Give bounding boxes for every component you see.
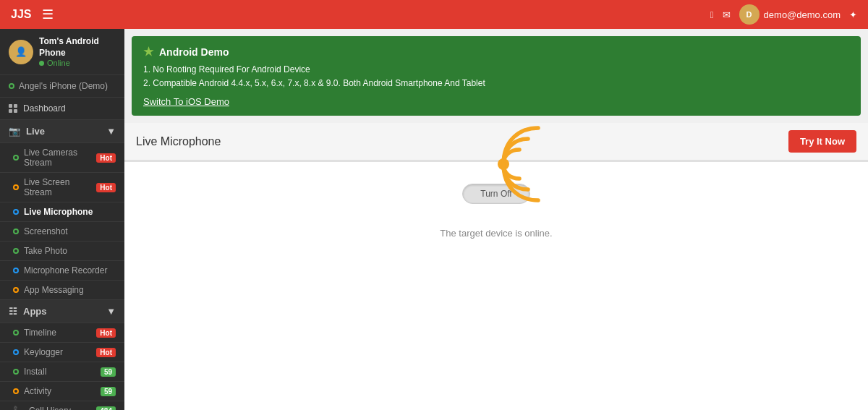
timeline-dot (13, 330, 19, 336)
other-device-item[interactable]: Angel's iPhone (Demo) (0, 75, 124, 98)
sidebar-item-install[interactable]: Install 59 (0, 362, 124, 382)
sidebar-item-call-history[interactable]: 📞 Call Hisory 484 (0, 401, 124, 410)
live-screen-left: Live Screen Stream (13, 177, 91, 197)
device-avatar: 👤 (9, 40, 33, 64)
live-mic-dot (13, 209, 19, 215)
install-dot (13, 369, 19, 375)
navbar-right:  ✉ D demo@demo.com ✦ (710, 4, 857, 25)
live-screen-badge: Hot (96, 183, 116, 192)
call-history-left: 📞 Call Hisory (13, 406, 71, 410)
banner-line1: 1. No Rooting Required For Android Devic… (143, 63, 849, 77)
share-icon: ✦ (849, 9, 857, 20)
mic-recorder-left: Microphone Recorder (13, 265, 107, 276)
keylogger-badge: Hot (96, 348, 116, 357)
try-now-button[interactable]: Try It Now (788, 130, 856, 153)
call-history-badge: 484 (96, 406, 116, 410)
keylogger-left: Keylogger (13, 347, 63, 357)
top-navbar: JJS ☰  ✉ D demo@demo.com ✦ (0, 0, 868, 29)
sidebar-item-keylogger[interactable]: Keylogger Hot (0, 343, 124, 362)
live-mic-title: Live Microphone (136, 135, 221, 148)
main-content: ★ Android Demo 1. No Rooting Required Fo… (124, 29, 868, 410)
activity-badge: 59 (101, 387, 116, 396)
apps-section-label: Apps (23, 306, 47, 317)
banner-title-text: Android Demo (159, 46, 229, 58)
status-text: The target device is online. (440, 228, 552, 239)
live-section-icon: 📷 (9, 126, 20, 137)
sidebar-item-live-cameras[interactable]: Live Cameras Stream Hot (0, 143, 124, 173)
status-label: Online (47, 59, 70, 67)
live-cameras-label: Live Cameras Stream (24, 148, 91, 168)
apps-section-header[interactable]: ☷ Apps ▼ (0, 300, 124, 323)
sidebar-item-screenshot[interactable]: Screenshot (0, 222, 124, 242)
sidebar-item-app-messaging[interactable]: App Messaging (0, 281, 124, 300)
mic-content-area: Turn Off (124, 162, 868, 410)
avatar: D (739, 4, 760, 25)
timeline-badge: Hot (96, 328, 116, 338)
other-device-dot (9, 83, 14, 89)
sidebar-item-take-photo[interactable]: Take Photo (0, 242, 124, 261)
apps-chevron-icon: ▼ (106, 306, 116, 317)
live-screen-dot (13, 184, 19, 190)
dashboard-label: Dashboard (23, 103, 66, 114)
live-mic-label: Live Microphone (24, 207, 93, 217)
activity-left: Activity (13, 386, 51, 396)
take-photo-label: Take Photo (24, 246, 67, 256)
sidebar-item-timeline[interactable]: Timeline Hot (0, 323, 124, 343)
device-name: Tom's Android Phone (39, 36, 116, 59)
sidebar-item-live-screen[interactable]: Live Screen Stream Hot (0, 173, 124, 202)
broadcast-wrapper (438, 117, 554, 213)
install-label: Install (24, 367, 46, 377)
screenshot-left: Screenshot (13, 226, 68, 236)
sidebar-item-microphone-recorder[interactable]: Microphone Recorder (0, 261, 124, 281)
live-cameras-dot (13, 155, 19, 161)
bell-icon: ✉ (723, 9, 731, 20)
activity-label: Activity (24, 386, 51, 396)
mic-recorder-label: Microphone Recorder (24, 265, 107, 276)
navbar-left: JJS ☰ (11, 7, 54, 22)
apps-header-left: ☷ Apps (9, 306, 47, 317)
mic-recorder-dot (13, 268, 19, 273)
live-header-left: 📷 Live (9, 126, 45, 137)
screenshot-dot (13, 229, 19, 234)
switch-ios-link[interactable]: Switch To iOS Demo (143, 96, 229, 107)
device-status: Online (39, 59, 116, 67)
hamburger-icon[interactable]: ☰ (42, 7, 54, 22)
take-photo-left: Take Photo (13, 246, 67, 256)
keylogger-label: Keylogger (24, 347, 63, 357)
banner-text: 1. No Rooting Required For Android Devic… (143, 63, 849, 90)
timeline-left: Timeline (13, 328, 56, 338)
apple-icon:  (710, 9, 714, 20)
user-email: demo@demo.com (764, 9, 841, 20)
android-icon: ★ (143, 45, 153, 59)
brand-logo: JJS (11, 8, 31, 21)
sidebar-item-dashboard[interactable]: Dashboard (0, 98, 124, 120)
live-cameras-left: Live Cameras Stream (13, 148, 91, 168)
banner-line2: 2. Compatible Android 4.4.x, 5.x, 6.x, 7… (143, 77, 849, 90)
phone-icon: 📞 (13, 406, 24, 410)
navbar-user: D demo@demo.com (739, 4, 841, 25)
install-left: Install (13, 367, 46, 377)
sidebar: 👤 Tom's Android Phone Online Angel's iPh… (0, 29, 124, 410)
other-device-label: Angel's iPhone (Demo) (19, 81, 108, 91)
chevron-down-icon: ▼ (106, 126, 116, 137)
android-banner: ★ Android Demo 1. No Rooting Required Fo… (132, 36, 861, 116)
screenshot-label: Screenshot (24, 226, 68, 236)
live-mic-left: Live Microphone (13, 207, 93, 217)
live-section-header[interactable]: 📷 Live ▼ (0, 120, 124, 143)
sidebar-item-activity[interactable]: Activity 59 (0, 382, 124, 401)
device-info: Tom's Android Phone Online (39, 36, 116, 67)
keylogger-dot (13, 349, 19, 355)
device-section[interactable]: 👤 Tom's Android Phone Online (0, 29, 124, 75)
live-screen-label: Live Screen Stream (24, 177, 91, 197)
timeline-label: Timeline (24, 328, 56, 338)
broadcast-icon (438, 117, 554, 211)
dashboard-icon (9, 104, 17, 113)
app-messaging-dot (13, 287, 19, 293)
app-messaging-left: App Messaging (13, 285, 84, 295)
app-messaging-label: App Messaging (24, 285, 84, 295)
banner-title: ★ Android Demo (143, 45, 849, 59)
main-layout: 👤 Tom's Android Phone Online Angel's iPh… (0, 29, 868, 410)
sidebar-item-live-microphone[interactable]: Live Microphone (0, 202, 124, 222)
take-photo-dot (13, 248, 19, 254)
live-section-label: Live (26, 126, 45, 137)
